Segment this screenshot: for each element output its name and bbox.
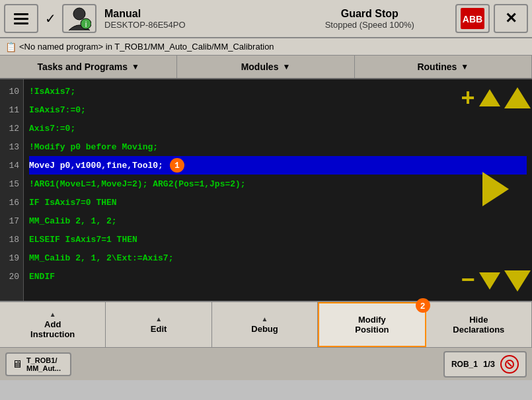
breadcrumb-icon: 📋 — [5, 42, 17, 52]
close-button[interactable]: ✕ — [494, 4, 528, 33]
stopped-label: Stopped (Speed 100%) — [325, 20, 414, 30]
task-item[interactable]: 🖥 T_ROB1/ MM_Aut... — [5, 352, 71, 376]
line-number-16: 16 — [0, 193, 23, 212]
tab-modules-arrow: ▼ — [282, 62, 290, 71]
fraction-text: 1/3 — [483, 359, 495, 369]
svg-point-0 — [73, 8, 85, 20]
stop-icon — [505, 360, 514, 369]
scroll-right-controls — [482, 172, 509, 206]
code-line-12[interactable]: Axis7:=0; — [29, 119, 527, 138]
line-number-12: 12 — [0, 119, 23, 138]
breadcrumb-text: <No named program> in T_ROB1/MM_Auto_Cal… — [19, 42, 274, 52]
code-line-20[interactable]: ENDIF — [29, 267, 527, 286]
code-line-13[interactable]: !Modify p0 before Moving; — [29, 138, 527, 156]
code-text-20: ENDIF — [29, 272, 55, 282]
edit-button[interactable]: ▲ Edit — [106, 302, 211, 347]
header-device: DESKTOP-86E54PO — [104, 20, 276, 30]
code-text-15: !ARG1(MoveL=1,MoveJ=2); ARG2(Pos=1,Jps=2… — [29, 179, 246, 189]
code-text-14: MoveJ p0,v1000,fine,Tool0; — [29, 161, 163, 171]
tab-tasks-programs[interactable]: Tasks and Programs ▼ — [0, 56, 177, 78]
user-icon: i — [67, 5, 91, 32]
line-number-15: 15 — [0, 175, 23, 193]
svg-text:i: i — [85, 20, 87, 29]
rob-label: ROB_1 — [451, 360, 478, 369]
tab-routines-arrow: ▼ — [461, 62, 469, 71]
code-text-10: !IsAxis7; — [29, 87, 75, 97]
code-line-19[interactable]: MM_Calib 2, 1, 2\Ext:=Axis7; — [29, 249, 527, 267]
task-line2: MM_Aut... — [26, 364, 61, 372]
line-number-13: 13 — [0, 138, 23, 156]
scroll-right-button[interactable] — [482, 172, 509, 206]
scroll-up-small-button[interactable] — [479, 89, 500, 106]
code-line-15[interactable]: !ARG1(MoveL=1,MoveJ=2); ARG2(Pos=1,Jps=2… — [29, 175, 527, 193]
bottom-toolbar: ▲ AddInstruction ▲ Edit ▲ Debug ModifyPo… — [0, 301, 532, 347]
code-line-14[interactable]: MoveJ p0,v1000,fine,Tool0;1 — [29, 156, 527, 175]
tab-tasks-arrow: ▼ — [132, 62, 139, 71]
code-text-18: ELSEIF IsAxis7=1 THEN — [29, 235, 137, 245]
check-icon[interactable]: ✓ — [41, 9, 59, 28]
down-large-triangle-icon — [504, 270, 531, 292]
hide-declarations-label: HideDeclarations — [453, 315, 504, 335]
modify-position-button[interactable]: ModifyPosition 2 — [318, 302, 426, 347]
debug-arrow: ▲ — [262, 315, 268, 323]
guard-stop-label: Guard Stop — [341, 8, 399, 20]
menu-button[interactable] — [4, 4, 38, 33]
up-small-triangle-icon — [479, 89, 500, 106]
tab-routines[interactable]: Routines ▼ — [355, 56, 532, 78]
tab-modules[interactable]: Modules ▼ — [177, 56, 354, 78]
line-number-20: 20 — [0, 267, 23, 286]
breadcrumb-bar: 📋 <No named program> in T_ROB1/MM_Auto_C… — [0, 38, 532, 56]
svg-text:ABB: ABB — [463, 14, 482, 24]
line-number-11: 11 — [0, 100, 23, 119]
circle-button[interactable] — [500, 355, 519, 374]
tab-tasks-label: Tasks and Programs — [37, 61, 128, 72]
scroll-down-large-button[interactable] — [504, 270, 531, 292]
code-line-17[interactable]: MM_Calib 2, 1, 2; — [29, 212, 527, 230]
code-line-16[interactable]: IF IsAxis7=0 THEN — [29, 193, 527, 212]
code-text-11: IsAxis7:=0; — [29, 105, 86, 115]
header-status: Guard Stop Stopped (Speed 100%) — [284, 8, 456, 30]
tabs-bar: Tasks and Programs ▼ Modules ▼ Routines … — [0, 56, 532, 79]
code-text-19: MM_Calib 2, 1, 2\Ext:=Axis7; — [29, 253, 173, 263]
line-numbers: 1011121314151617181920 — [0, 79, 24, 301]
header-center: Manual DESKTOP-86E54PO — [96, 8, 284, 30]
line-14-badge: 1 — [170, 158, 184, 173]
add-instruction-button[interactable]: ▲ AddInstruction — [0, 302, 106, 347]
right-triangle-icon — [482, 172, 509, 206]
minus-button[interactable]: − — [461, 268, 475, 292]
debug-label: Debug — [251, 324, 278, 334]
header-right: ABB ✕ — [455, 4, 528, 33]
close-icon: ✕ — [505, 10, 517, 27]
hide-declarations-button[interactable]: HideDeclarations — [426, 302, 532, 347]
modify-position-label: ModifyPosition — [355, 315, 389, 335]
tab-modules-label: Modules — [241, 61, 279, 72]
abb-logo-icon: ABB — [459, 7, 486, 30]
add-instruction-label: AddInstruction — [30, 319, 75, 339]
code-line-10[interactable]: !IsAxis7; — [29, 82, 527, 100]
debug-button[interactable]: ▲ Debug — [212, 302, 318, 347]
rob-status: ROB_1 1/3 — [443, 351, 527, 378]
code-text-12: Axis7:=0; — [29, 124, 75, 134]
line-number-18: 18 — [0, 230, 23, 249]
user-button[interactable]: i — [62, 4, 96, 33]
code-line-11[interactable]: IsAxis7:=0; — [29, 100, 527, 119]
plus-button[interactable]: + — [461, 86, 475, 110]
scroll-top-controls: + — [461, 86, 530, 110]
scroll-down-small-button[interactable] — [479, 272, 500, 290]
up-large-triangle-icon — [504, 87, 531, 108]
task-text: T_ROB1/ MM_Aut... — [26, 356, 61, 372]
code-text-17: MM_Calib 2, 1, 2; — [29, 216, 117, 226]
scroll-up-large-button[interactable] — [504, 87, 531, 108]
svg-line-6 — [508, 362, 512, 366]
down-small-triangle-icon — [479, 272, 500, 290]
code-line-18[interactable]: ELSEIF IsAxis7=1 THEN — [29, 230, 527, 249]
status-bar: 🖥 T_ROB1/ MM_Aut... ROB_1 1/3 — [0, 347, 532, 380]
scroll-bottom-controls: − — [461, 268, 530, 294]
code-content: !IsAxis7;IsAxis7:=0;Axis7:=0;!Modify p0 … — [24, 79, 532, 301]
tab-routines-label: Routines — [417, 61, 457, 72]
line-number-17: 17 — [0, 212, 23, 230]
line-number-14: 14 — [0, 156, 23, 175]
right-controls: + − — [459, 79, 532, 301]
task-line1: T_ROB1/ — [26, 356, 61, 364]
abb-logo-button[interactable]: ABB — [455, 4, 490, 33]
